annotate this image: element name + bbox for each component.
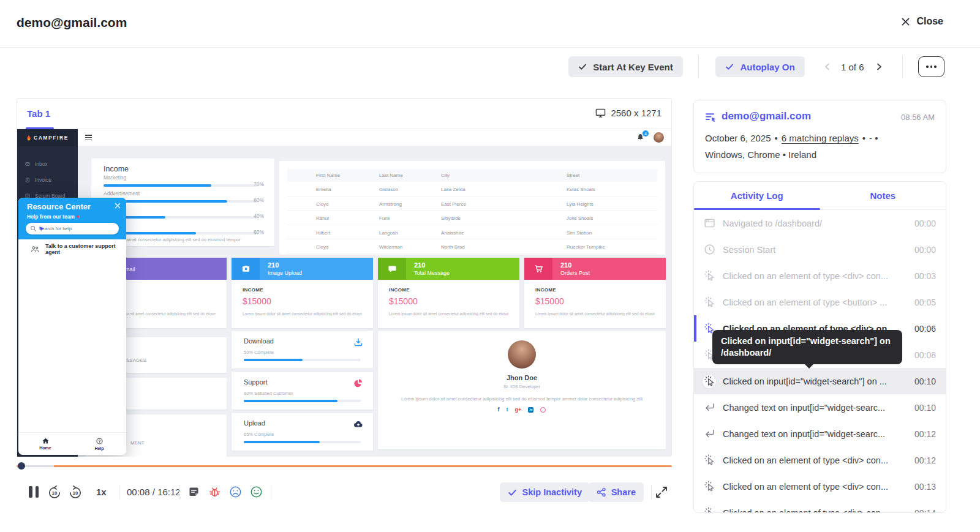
cursor-click-icon	[703, 375, 716, 388]
session-date: October 6, 2025	[705, 133, 771, 143]
stat-body-text: Lorem ipsum dolor sit amet consectetur a…	[389, 312, 508, 316]
replay-list-icon	[704, 111, 717, 123]
forward-10-button[interactable]: 10	[68, 485, 83, 500]
resource-center-footer: Home Help	[18, 432, 126, 455]
profile-name: Jhon Doe	[378, 374, 666, 381]
stat-card-image-upload: 210Image UploadINCOME$15000Lorem ipsum d…	[232, 258, 373, 328]
rewind-10-button[interactable]: 10	[47, 485, 62, 500]
linkedin-icon[interactable]: in	[528, 407, 533, 413]
activity-entry-time: 00:10	[914, 403, 936, 413]
add-note-button[interactable]	[187, 485, 200, 498]
session-user-link[interactable]: demo@gmail.com	[722, 110, 811, 122]
table-cell: Ruecker Turnpike	[567, 244, 605, 250]
dribbble-icon[interactable]	[540, 407, 546, 413]
playback-time: 00:08 / 16:12	[127, 487, 181, 497]
table-cell: Sibylside	[441, 215, 461, 221]
playback-speed-button[interactable]: 1x	[96, 487, 107, 497]
frustration-button[interactable]	[229, 485, 242, 498]
stat-title: Image Upload	[268, 270, 302, 276]
stat-body-text: $15000	[389, 296, 508, 306]
table-cell: Armstrong	[379, 201, 402, 207]
share-label: Share	[611, 487, 636, 497]
support-agent-item[interactable]: Talk to a customer support agent	[31, 243, 126, 255]
activity-entry-label: Clicked on an element of type <button> .…	[723, 298, 908, 307]
bug-report-button[interactable]	[208, 485, 221, 498]
share-icon	[597, 487, 606, 497]
sidebar-item-label: Inbox	[35, 161, 48, 167]
happy-moment-button[interactable]	[250, 485, 263, 498]
table-row: HilbertLangoshAnaisshireSim Station	[287, 225, 657, 240]
profile-avatar	[508, 340, 536, 369]
start-at-key-event-button[interactable]: Start At Key Event	[568, 56, 683, 77]
fullscreen-icon[interactable]	[655, 485, 668, 499]
resource-tab-home[interactable]: Home	[18, 433, 72, 455]
profile-bio: Lorem ipsum dolor sit amet consectetur a…	[378, 396, 666, 402]
hamburger-menu-icon[interactable]	[85, 135, 92, 141]
player-controls: 10 10 1x 00:08 / 16:12 Skip Inactivity S…	[17, 480, 672, 504]
resource-search-input[interactable]: Search for help	[26, 223, 119, 234]
session-time: 08:56 AM	[901, 113, 935, 122]
autoplay-label: Autoplay On	[740, 62, 794, 72]
divider	[179, 485, 179, 500]
activity-entry[interactable]: Session Start00:00	[694, 236, 946, 263]
sidebar-item-inbox[interactable]: Inbox	[17, 156, 78, 172]
avatar[interactable]	[654, 132, 664, 143]
matching-replays-link[interactable]: 6 matching replays	[782, 133, 859, 143]
camera-icon	[232, 258, 260, 280]
close-button[interactable]: Close	[901, 16, 943, 27]
activity-entry[interactable]: Clicked on an element of type <button> .…	[694, 289, 946, 315]
autoplay-toggle-button[interactable]: Autoplay On	[715, 56, 805, 77]
google-plus-icon[interactable]: g+	[515, 407, 522, 413]
table-row: RahulFunkSibylsideJolie Shoals	[287, 211, 657, 225]
playhead-handle[interactable]	[18, 462, 25, 470]
return-key-icon	[703, 401, 716, 414]
divider	[119, 485, 119, 500]
progress-card-download: Download50% Complete	[232, 331, 373, 369]
tab-1[interactable]: Tab 1	[27, 108, 50, 119]
resource-tab-help[interactable]: Help	[72, 433, 126, 455]
sidebar-item-invoice[interactable]: Invoice	[17, 172, 78, 188]
activity-entry-time: 00:00	[914, 245, 936, 255]
activity-entry[interactable]: Clicked on an element of type <div> con.…	[694, 263, 946, 289]
activity-entry[interactable]: Clicked on input[id="widget-search"] on …	[694, 368, 946, 394]
check-icon	[508, 488, 517, 497]
table-cell: East Pierce	[441, 201, 466, 207]
divider	[902, 55, 903, 78]
facebook-icon[interactable]: f	[498, 407, 500, 413]
timeline-track[interactable]	[17, 465, 672, 467]
replay-screen[interactable]: CAMPFIRE InboxInvoiceScrum BoardCalendar…	[17, 129, 671, 457]
tab-activity-log[interactable]: Activity Log	[694, 182, 820, 209]
stat-cards-row: EmailINCOME$15000Lorem ipsum dolor sit a…	[85, 258, 666, 328]
share-button[interactable]: Share	[589, 482, 644, 502]
table-cell: Emelia	[316, 187, 331, 192]
activity-entry[interactable]: Clicked on an element of type <div> con.…	[694, 447, 946, 473]
activity-entry[interactable]: Changed text on input[id="widget-searc..…	[694, 421, 946, 447]
playback-timeline[interactable]	[17, 462, 672, 470]
previous-replay-chevron-icon[interactable]	[823, 62, 832, 71]
close-icon[interactable]	[115, 203, 121, 209]
skip-inactivity-button[interactable]: Skip Inactivity	[500, 482, 590, 502]
activity-entry[interactable]: Clicked on an element of type <div> con.…	[694, 473, 946, 500]
table-row: EmeliaGislasonLake ZeldaKulas Shoals	[287, 182, 657, 197]
income-bar-row: 40%	[104, 206, 264, 221]
activity-tabs: Activity Log Notes	[694, 182, 946, 210]
more-options-button[interactable]	[918, 56, 944, 77]
next-replay-chevron-icon[interactable]	[875, 62, 883, 71]
close-label: Close	[916, 16, 943, 27]
stat-body-text: INCOME	[389, 287, 508, 293]
notification-badge: 4	[643, 130, 649, 137]
cursor-click-icon	[703, 480, 716, 493]
modal-header: demo@gmail.com Close	[0, 0, 980, 48]
table-row: CloydArmstrongEast PierceLyla Heights	[287, 197, 657, 211]
profile-card: Jhon Doe Sr. iOS Developer Lorem ipsum d…	[378, 331, 666, 449]
twitter-icon[interactable]: t	[507, 407, 508, 413]
activity-entry[interactable]: Clicked on an element of type <div> con.…	[694, 500, 946, 513]
resource-center-title: Resource Center	[27, 202, 91, 211]
activity-entry[interactable]: Changed text on input[id="widget-searc..…	[694, 394, 946, 421]
check-icon	[578, 62, 587, 71]
tab-notes[interactable]: Notes	[820, 182, 946, 209]
session-title: demo@gmail.com	[17, 15, 127, 30]
cursor-click-icon	[703, 269, 716, 283]
pause-button[interactable]	[29, 486, 39, 498]
activity-entry[interactable]: Navigated to /dashboard/00:00	[694, 210, 946, 236]
